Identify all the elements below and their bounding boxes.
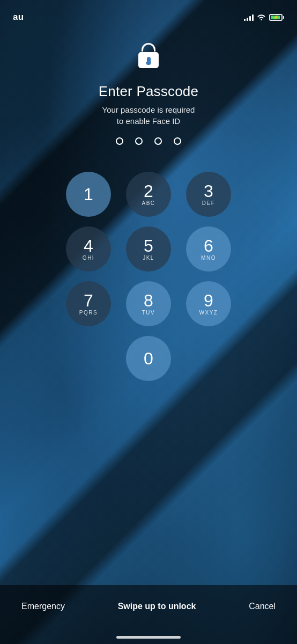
keypad-row-2: 4 GHI 5 JKL 6 MNO (66, 226, 231, 272)
keypad-row-3: 7 PQRS 8 TUV 9 WXYZ (66, 281, 231, 326)
keypad-row-4: 0 (126, 336, 171, 381)
dot-3 (154, 137, 162, 145)
key-3[interactable]: 3 DEF (186, 172, 231, 217)
lock-icon (135, 43, 162, 72)
dot-4 (174, 137, 181, 145)
home-indicator (116, 636, 181, 639)
dot-1 (116, 137, 123, 145)
key-9[interactable]: 9 WXYZ (186, 281, 231, 326)
key-2[interactable]: 2 ABC (126, 172, 171, 217)
lock-section (0, 27, 297, 72)
bottom-bar: Emergency Swipe up to unlock Cancel (0, 585, 297, 644)
status-icons: ⚡ (244, 13, 284, 21)
key-0[interactable]: 0 (126, 336, 171, 381)
carrier-label: au (13, 12, 24, 23)
dot-2 (135, 137, 143, 145)
swipe-label: Swipe up to unlock (70, 602, 243, 611)
signal-bars-icon (244, 13, 254, 21)
key-8[interactable]: 8 TUV (126, 281, 171, 326)
status-bar: au ⚡ (0, 0, 297, 27)
battery-icon: ⚡ (269, 14, 284, 21)
key-5[interactable]: 5 JKL (126, 226, 171, 272)
keypad-row-1: 1 2 ABC 3 DEF (66, 172, 231, 217)
wifi-icon (257, 14, 266, 21)
key-6[interactable]: 6 MNO (186, 226, 231, 272)
passcode-subtitle: Your passcode is requiredto enable Face … (0, 104, 297, 127)
keypad: 1 2 ABC 3 DEF 4 GHI 5 JKL 6 MNO (0, 145, 297, 585)
key-4[interactable]: 4 GHI (66, 226, 111, 272)
key-1[interactable]: 1 (66, 172, 111, 217)
passcode-section: Enter Passcode Your passcode is required… (0, 72, 297, 127)
passcode-title: Enter Passcode (0, 83, 297, 100)
passcode-dots (0, 127, 297, 145)
key-7[interactable]: 7 PQRS (66, 281, 111, 326)
emergency-button[interactable]: Emergency (16, 596, 70, 617)
cancel-button[interactable]: Cancel (243, 596, 281, 617)
